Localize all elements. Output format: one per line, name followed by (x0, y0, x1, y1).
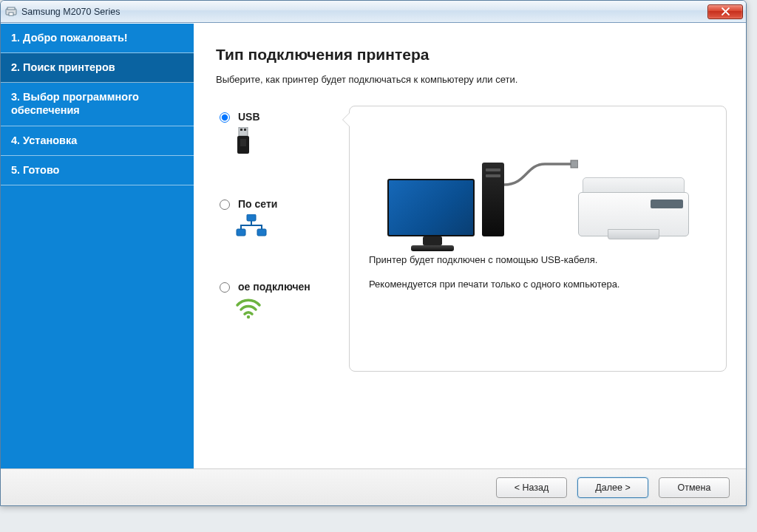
preview-text-2: Рекомендуется при печати только с одного… (369, 279, 707, 290)
svg-rect-10 (257, 229, 266, 236)
step-label: 3. Выбор программного обеспечения (11, 91, 139, 116)
wizard-sidebar: 1. Добро пожаловать! 2. Поиск принтеров … (1, 24, 194, 468)
option-wireless-label: ое подключен (238, 281, 310, 293)
option-usb-head[interactable]: USB (216, 110, 349, 123)
option-network-head[interactable]: По сети (216, 197, 349, 210)
connection-options-row: USB (216, 106, 727, 372)
preview-pointer (342, 112, 350, 127)
step-select-software[interactable]: 3. Выбор программного обеспечения (1, 83, 194, 126)
title-bar[interactable]: Samsung M2070 Series (1, 1, 746, 23)
next-button[interactable]: Далее > (577, 477, 648, 498)
network-icon (235, 231, 268, 242)
step-label: 5. Готово (11, 164, 59, 176)
option-usb-label: USB (238, 111, 260, 123)
connection-options: USB (216, 106, 349, 329)
svg-rect-3 (239, 127, 248, 136)
option-wireless[interactable]: ое подключен (216, 280, 349, 321)
svg-rect-8 (247, 214, 256, 221)
sidebar-spacer (1, 185, 194, 468)
window-title: Samsung M2070 Series (21, 7, 707, 17)
step-search-printers[interactable]: 2. Поиск принтеров (1, 53, 194, 83)
wifi-icon (235, 310, 262, 321)
option-network-label: По сети (238, 198, 277, 210)
radio-network[interactable] (220, 200, 230, 210)
connection-preview: Принтер будет подключен с помощью USB-ка… (349, 106, 727, 372)
usb-illustration (369, 126, 707, 236)
usb-connector-icon (235, 148, 251, 159)
step-label: 4. Установка (11, 134, 77, 146)
svg-rect-12 (571, 160, 578, 168)
radio-wireless[interactable] (220, 282, 230, 293)
back-button[interactable]: < Назад (496, 477, 567, 498)
app-icon (5, 6, 17, 18)
close-button[interactable] (707, 4, 743, 19)
computer-icon (387, 163, 504, 236)
page-heading: Тип подключения принтера (216, 46, 727, 64)
svg-rect-1 (7, 7, 15, 10)
installer-window: Samsung M2070 Series 1. Добро пожаловать… (0, 0, 747, 506)
wizard-footer: < Назад Далее > Отмена (1, 468, 746, 505)
option-network[interactable]: По сети (216, 197, 349, 242)
preview-text-1: Принтер будет подключен с помощью USB-ка… (369, 254, 707, 265)
svg-rect-4 (240, 129, 242, 131)
step-label: 1. Добро пожаловать! (11, 32, 128, 44)
dialog-body: 1. Добро пожаловать! 2. Поиск принтеров … (1, 23, 746, 468)
radio-usb[interactable] (220, 112, 230, 123)
main-panel: Тип подключения принтера Выберите, как п… (194, 24, 746, 468)
cancel-button[interactable]: Отмена (659, 477, 730, 498)
svg-rect-5 (244, 129, 246, 131)
option-wireless-head[interactable]: ое подключен (216, 280, 349, 293)
svg-rect-2 (9, 13, 13, 16)
option-usb[interactable]: USB (216, 110, 349, 159)
step-welcome[interactable]: 1. Добро пожаловать! (1, 24, 194, 53)
printer-icon (578, 177, 689, 236)
svg-point-11 (247, 316, 250, 318)
step-install[interactable]: 4. Установка (1, 126, 194, 156)
step-finish[interactable]: 5. Готово (1, 156, 194, 185)
svg-rect-9 (237, 229, 245, 236)
page-subtitle: Выберите, как принтер будет подключаться… (216, 74, 727, 85)
step-label: 2. Поиск принтеров (11, 61, 115, 73)
usb-cable-icon (504, 155, 578, 192)
svg-rect-7 (240, 139, 246, 146)
